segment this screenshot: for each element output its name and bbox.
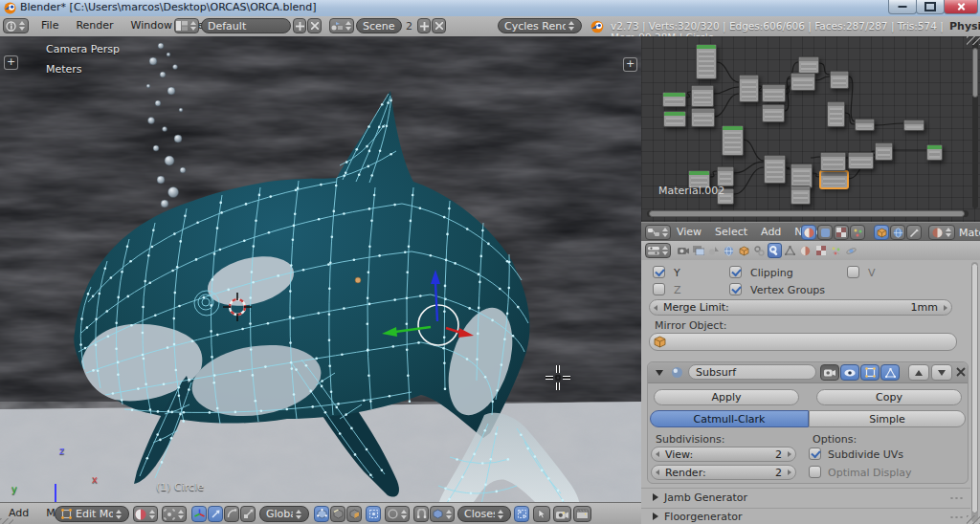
panel-floorgenerator[interactable]: Floorgenerator [641,508,970,524]
view-subdivisions-slider[interactable]: View: 2 [651,447,796,462]
tab-scene[interactable] [706,243,721,258]
render-subdivisions-slider[interactable]: Render: 2 [651,465,796,480]
corner-resize-grip[interactable] [0,518,13,524]
node-menu-select[interactable]: Select [708,224,754,241]
shader-node[interactable] [662,92,686,107]
shader-node[interactable] [691,108,715,127]
shader-node[interactable] [820,152,846,171]
shader-node[interactable] [762,104,785,122]
modifier-name-field[interactable]: Subsurf [688,364,816,380]
shader-node[interactable] [926,144,943,161]
maximize-button[interactable] [916,0,945,14]
corner-resize-grip[interactable] [967,36,980,45]
shader-node-selected[interactable] [820,171,848,188]
tab-modifiers[interactable] [768,243,782,258]
shader-type-object-button[interactable] [874,225,889,240]
apply-button[interactable]: Apply [654,389,799,405]
shader-node[interactable] [762,84,786,102]
material-slot-dropdown[interactable] [928,225,955,240]
scene-users-count[interactable]: 2 [406,20,412,33]
viewport-3d[interactable]: Camera Persp Meters (1) Circle z x y + + [0,36,642,502]
tab-texture[interactable] [813,243,828,258]
menu-file[interactable]: File [33,17,67,34]
manipulator-toggle-button[interactable] [191,506,207,522]
shader-type-linestyle-button[interactable] [906,225,922,240]
move-modifier-up-button[interactable] [908,364,929,381]
shader-node[interactable] [791,186,811,205]
render-engine-dropdown[interactable]: Cycles Render [498,18,582,33]
subdivide-uvs-checkbox[interactable] [809,448,821,460]
vertical-scrollbar[interactable] [972,40,978,208]
limit-selection-visible-button[interactable] [366,506,381,522]
tab-physics[interactable] [844,243,858,258]
delete-modifier-button[interactable] [956,367,966,380]
shader-texture-toggle[interactable] [834,225,849,240]
opengl-render-anim-button[interactable] [573,506,591,522]
toggle-viewport-button[interactable] [840,364,859,381]
menu-window[interactable]: Window [122,17,181,34]
properties-scrollbar[interactable] [971,262,978,522]
shader-node[interactable] [696,44,717,79]
editor-type-dropdown[interactable] [645,243,671,258]
shader-node[interactable] [875,142,893,161]
face-select-button[interactable] [346,506,362,522]
panel-grip-icon[interactable] [949,515,963,519]
mode-dropdown[interactable]: Edit Mode [55,506,129,522]
shader-node[interactable] [791,73,815,91]
shader-node[interactable] [827,101,845,127]
shader-node[interactable] [848,152,874,169]
mirror-vertex-groups-checkbox[interactable] [729,283,742,295]
shader-node[interactable] [764,155,786,184]
screen-layout-field[interactable]: Default [201,18,291,33]
tab-render[interactable] [676,243,690,258]
shader-node[interactable] [722,125,744,156]
tab-particles[interactable] [829,243,843,258]
menu-render[interactable]: Render [67,17,122,34]
tab-object-data[interactable] [783,243,797,258]
edge-select-button[interactable] [330,506,345,522]
collapse-arrow-icon[interactable] [656,370,663,376]
expand-tool-shelf-button[interactable]: + [4,55,18,70]
shader-particles-toggle[interactable] [850,225,865,240]
vertex-select-button[interactable] [314,506,329,522]
shader-object-toggle[interactable] [817,225,833,240]
snap-target-dropdown[interactable]: Closest [457,506,511,522]
shader-node[interactable] [830,71,849,89]
shader-node[interactable] [717,166,734,186]
move-modifier-down-button[interactable] [931,364,952,381]
pivot-point-dropdown[interactable] [162,506,187,522]
rotate-manipulator-button[interactable] [224,506,239,522]
mirror-clipping-checkbox[interactable] [729,266,742,278]
transform-orientation-dropdown[interactable]: Global [259,506,309,522]
add-layout-button[interactable] [293,18,306,33]
tab-world[interactable] [722,243,736,258]
viewport-shading-dropdown[interactable] [133,506,158,522]
tab-render-layers[interactable] [691,243,705,258]
snap-toggle-button[interactable] [413,506,429,522]
shader-node[interactable] [691,85,714,107]
shader-node[interactable] [903,120,924,131]
mirror-object-picker[interactable] [649,333,957,351]
simple-toggle[interactable]: Simple [809,410,966,427]
mirror-axis-y-checkbox[interactable] [653,266,665,278]
expand-properties-shelf-button[interactable]: + [623,57,637,72]
node-menu-add[interactable]: Add [754,224,788,241]
minimize-button[interactable] [888,0,917,14]
close-button[interactable] [944,0,978,14]
translate-manipulator-button[interactable] [208,506,223,522]
scale-manipulator-button[interactable] [240,506,256,522]
panel-grip-icon[interactable] [949,496,963,500]
catmull-clark-toggle[interactable]: Catmull-Clark [650,410,809,427]
shader-node[interactable] [663,111,686,127]
shader-type-world-button[interactable] [890,225,905,240]
tab-object[interactable] [737,243,751,258]
horizontal-scrollbar[interactable] [647,210,969,217]
screen-layout-type-button[interactable] [174,18,199,33]
shader-node[interactable] [739,75,759,102]
manipulate-origins-button[interactable] [533,506,550,522]
scene-type-button[interactable] [329,18,354,33]
toggle-cage-button[interactable] [880,364,900,381]
toggle-render-button[interactable] [820,364,839,381]
optimal-display-checkbox[interactable] [809,466,821,478]
shader-node[interactable] [855,119,875,131]
